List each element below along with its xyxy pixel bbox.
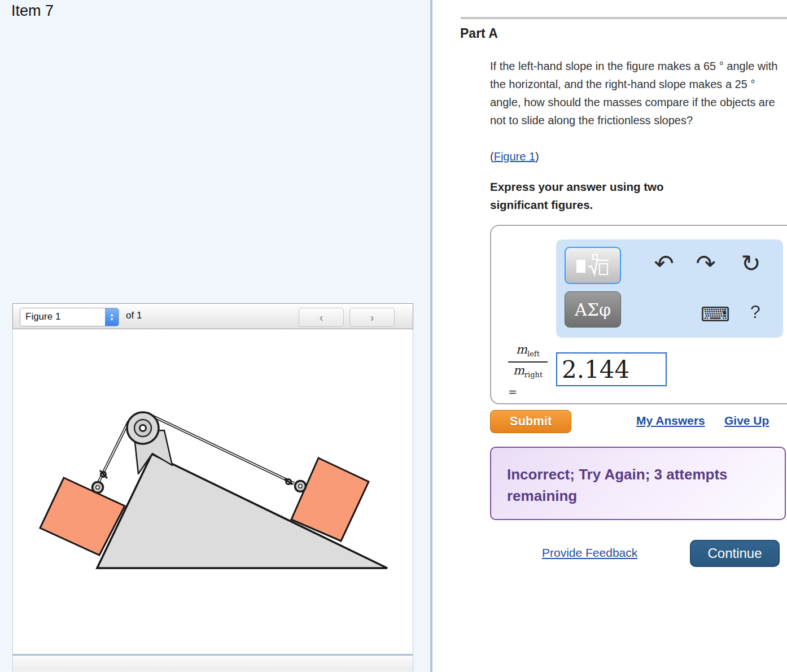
paren-close: )	[535, 150, 539, 163]
figure-count-label: of 1	[126, 310, 142, 321]
prev-figure-button[interactable]: ‹	[299, 308, 344, 327]
provide-feedback-link[interactable]: Provide Feedback	[542, 546, 637, 560]
select-stepper-icon[interactable]: ▲ ▼	[105, 308, 119, 326]
rope-knot-right	[285, 479, 292, 485]
figure-toolbar: Figure 1 ▲ ▼ of 1 ‹ ›	[12, 303, 413, 329]
incline-pulley-diagram	[13, 329, 414, 654]
panel-divider	[430, 0, 432, 672]
keyboard-icon[interactable]: ⌨	[701, 303, 727, 326]
figure-footer	[12, 656, 413, 671]
redo-icon[interactable]: ↷	[693, 250, 719, 277]
figure-link-line: (Figure 1)	[490, 147, 539, 165]
fraction-denominator: mright	[508, 364, 548, 382]
answer-container: ΑΣφ ↶ ↷ ↻ ⌨ ? mleft mright =	[490, 225, 787, 404]
chevron-right-icon: ›	[370, 311, 374, 324]
give-up-link[interactable]: Give Up	[724, 414, 769, 427]
figure-select[interactable]: Figure 1 ▲ ▼	[20, 308, 119, 326]
figure-canvas	[12, 329, 413, 656]
greek-symbols-label: ΑΣφ	[575, 300, 611, 320]
ring-left-icon	[93, 482, 103, 493]
figure-select-value: Figure 1	[25, 311, 60, 322]
stepper-down-icon: ▼	[110, 317, 114, 322]
submit-button[interactable]: Submit	[490, 410, 571, 433]
math-template-button[interactable]	[565, 247, 621, 284]
section-divider	[461, 17, 787, 19]
help-icon[interactable]: ?	[742, 302, 768, 322]
figure-viewer: Figure 1 ▲ ▼ of 1 ‹ ›	[12, 303, 413, 671]
reset-icon[interactable]: ↻	[738, 250, 764, 277]
equation-toolbar: ΑΣφ ↶ ↷ ↻ ⌨ ?	[556, 239, 783, 338]
continue-button[interactable]: Continue	[690, 540, 780, 567]
greek-symbols-button[interactable]: ΑΣφ	[565, 291, 621, 328]
chevron-left-icon: ‹	[320, 311, 323, 324]
equals-sign: =	[508, 386, 548, 398]
fraction-bar	[508, 361, 548, 363]
page-title: Item 7	[11, 2, 54, 20]
next-figure-button[interactable]: ›	[349, 308, 395, 327]
answer-instruction: Express your answer using two significan…	[490, 178, 716, 214]
answer-expression: mleft mright =	[508, 343, 548, 398]
math-template-icon	[575, 254, 610, 277]
my-answers-link[interactable]: My Answers	[636, 414, 705, 427]
question-text: If the left-hand slope in the figure mak…	[490, 57, 781, 129]
answer-input[interactable]	[556, 352, 667, 386]
assignment-item-panel: Item 7 Figure 1 ▲ ▼ of 1 ‹ ›	[0, 0, 430, 672]
figure-link[interactable]: Figure 1	[494, 150, 535, 163]
pulley-icon	[127, 412, 159, 444]
fraction-numerator: mleft	[508, 343, 548, 361]
feedback-message: Incorrect; Try Again; 3 attempts remaini…	[507, 464, 772, 507]
paren-open: (	[490, 150, 494, 163]
feedback-banner: Incorrect; Try Again; 3 attempts remaini…	[490, 447, 786, 520]
ring-right-icon	[295, 481, 306, 492]
undo-icon[interactable]: ↶	[651, 250, 677, 277]
part-a-heading: Part A	[460, 26, 498, 41]
